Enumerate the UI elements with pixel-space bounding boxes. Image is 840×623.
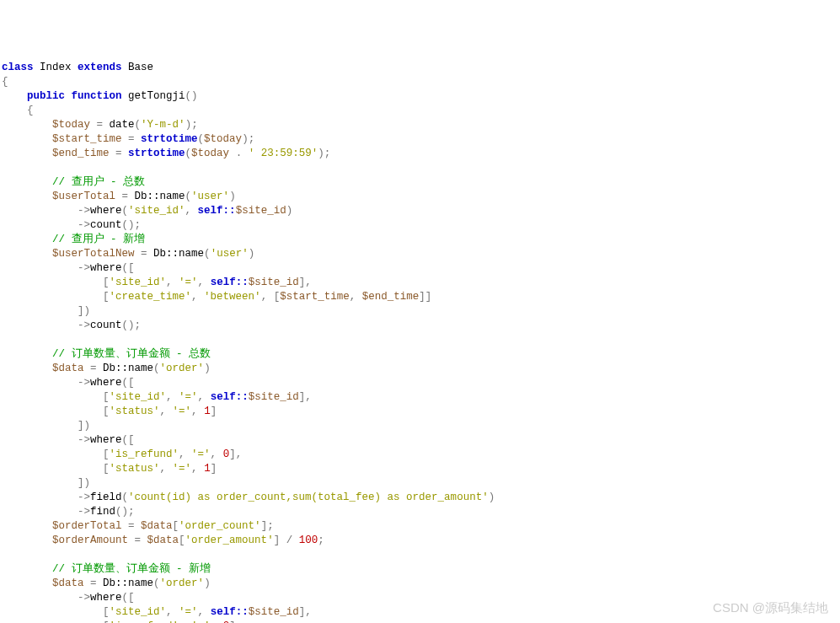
keyword-public: public [27,90,65,102]
keyword-function: function [72,90,122,102]
comment-order-total: // 订单数量、订单金额 - 总数 [52,348,211,360]
class-name-base: Base [128,62,153,73]
comment-user-new: // 查用户 - 新增 [52,234,145,245]
comment-order-new: // 订单数量、订单金额 - 新增 [52,563,211,575]
comment-user-total: // 查用户 - 总数 [52,176,145,188]
method-name: getTongji [128,90,185,102]
code-block: class Index extends Base { public functi… [2,61,840,623]
keyword-extends: extends [78,62,122,73]
watermark: CSDN @源码集结地 [713,600,828,615]
keyword-class: class [2,62,34,73]
class-name-index: Index [40,62,72,73]
